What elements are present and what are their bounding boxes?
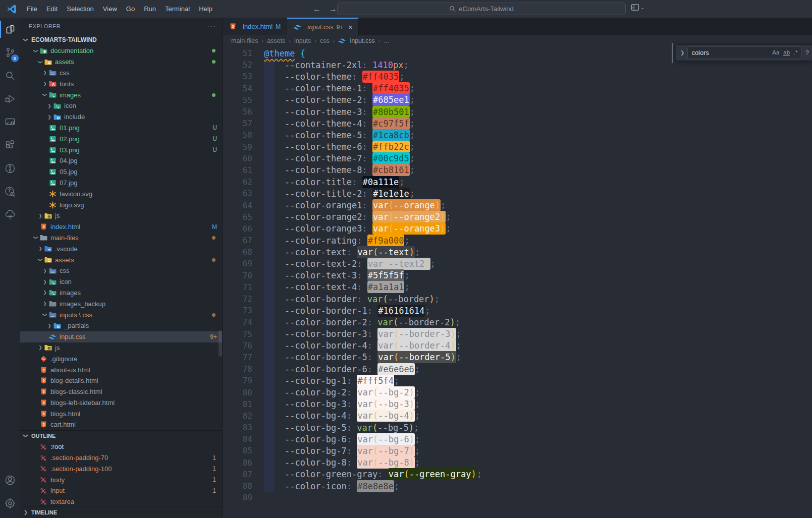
- tree-item[interactable]: 05.jpg: [20, 166, 222, 178]
- menu-selection[interactable]: Selection: [62, 0, 98, 18]
- tree-item[interactable]: favicon.svg: [20, 188, 222, 199]
- tree-item[interactable]: 5 blogs-classic.html: [20, 386, 222, 397]
- project-root-header[interactable]: ❯ ECOMARTS-TAILWIND: [20, 34, 222, 45]
- tree-item[interactable]: 04.jpg: [20, 155, 222, 166]
- code-line[interactable]: 63 --color-title-2: #1e1e1e;: [223, 188, 812, 199]
- outline-item[interactable]: body 1: [20, 474, 222, 485]
- menu-help[interactable]: Help: [194, 0, 217, 18]
- activity-source-control-icon[interactable]: 8: [0, 41, 20, 64]
- code-line[interactable]: 67 --color-rating: #f9a000;: [223, 235, 812, 246]
- code-line[interactable]: 54 --color-theme-1: #ff4035;: [223, 83, 812, 94]
- code-line[interactable]: 53 --color-theme: #ff4035;: [223, 71, 812, 82]
- menu-view[interactable]: View: [98, 0, 122, 18]
- tree-item[interactable]: ❯ icon: [20, 100, 222, 111]
- code-line[interactable]: 73 --color-border-1: #16161614;: [223, 305, 812, 316]
- timeline-header[interactable]: ❯ TIMELINE: [20, 506, 222, 518]
- tree-item[interactable]: 5 blogs.html: [20, 408, 222, 419]
- tree-item[interactable]: ❯ assets: [20, 254, 222, 265]
- code-line[interactable]: 75 --color-border-3: var(--border-3);: [223, 328, 812, 340]
- code-line[interactable]: 59 --color-theme-6: #ffb22c;: [223, 141, 812, 153]
- tree-item[interactable]: logo.svg: [20, 199, 222, 210]
- code-line[interactable]: 56 --color-theme-3: #80b501;: [223, 106, 812, 118]
- code-line[interactable]: 62 --color-title: #0a111e;: [223, 176, 812, 188]
- tree-item[interactable]: 03.pngU: [20, 144, 222, 155]
- sidebar-scrollbar[interactable]: [219, 330, 222, 357]
- tree-item[interactable]: 5 index.htmlM: [20, 221, 222, 233]
- layout-customize-button[interactable]: ⌄: [631, 3, 644, 12]
- tree-item[interactable]: ❯ images: [20, 287, 222, 299]
- tab-input.css[interactable]: input.css 9+ ×: [287, 18, 359, 35]
- code-line[interactable]: 61 --color-theme-8: #cb8161;: [223, 164, 812, 176]
- code-line[interactable]: 79 --color-bg-1: #fff5f4;: [223, 375, 812, 386]
- code-line[interactable]: 71 --color-text-4: #a1a1a1;: [223, 281, 812, 293]
- code-line[interactable]: 83 --color-bg-5: var(--bg-5);: [223, 422, 812, 433]
- code-line[interactable]: 66 --color-orange3: var(--orange3);: [223, 223, 812, 235]
- tree-item[interactable]: ❯ documentation: [20, 45, 222, 56]
- activity-explorer-icon[interactable]: [0, 18, 20, 41]
- code-line[interactable]: 68 --color-text: var(--text);: [223, 246, 812, 258]
- tree-item[interactable]: ❯ inputs \ css: [20, 309, 222, 320]
- breadcrumb-tail[interactable]: ...: [384, 37, 389, 44]
- outline-item[interactable]: :root: [20, 441, 222, 452]
- outline-item[interactable]: .section-padding-100 1: [20, 463, 222, 474]
- outline-header[interactable]: ❯ OUTLINE: [20, 430, 222, 441]
- match-case-icon[interactable]: Aa: [772, 49, 779, 56]
- code-editor[interactable]: 51 @theme { 52 --container-2xl: 1410px; …: [223, 46, 812, 518]
- find-widget-sash[interactable]: [672, 43, 673, 63]
- code-line[interactable]: 82 --color-bg-4: var(--bg-4);: [223, 410, 812, 422]
- tree-item[interactable]: 01.pngU: [20, 123, 222, 134]
- find-input[interactable]: colors Aa ab .*: [687, 46, 801, 59]
- code-line[interactable]: 85 --color-bg-7: var(--bg-7);: [223, 445, 812, 456]
- tree-item[interactable]: input.css9+: [20, 331, 222, 342]
- code-line[interactable]: 60 --color-theme-7: #00c9d5;: [223, 153, 812, 164]
- code-line[interactable]: 88 --color-icon: #8e8e8e;: [223, 480, 812, 492]
- code-line[interactable]: 70 --color-text-3: #5f5f5f;: [223, 270, 812, 281]
- code-line[interactable]: 69 --color-text-2: var(--text2);: [223, 258, 812, 269]
- tree-item[interactable]: 07.jpg: [20, 178, 222, 189]
- tree-item[interactable]: ❯ _partials: [20, 320, 222, 331]
- code-line[interactable]: 84 --color-bg-6: var(--bg-6);: [223, 433, 812, 445]
- menu-terminal[interactable]: Terminal: [160, 0, 194, 18]
- menu-edit[interactable]: Edit: [42, 0, 62, 18]
- tree-item[interactable]: 5 blog-details.html: [20, 375, 222, 386]
- close-icon[interactable]: ×: [348, 23, 352, 31]
- breadcrumb-file[interactable]: input.css: [350, 37, 374, 44]
- tree-item[interactable]: 5 about-us.html: [20, 364, 222, 375]
- nav-forward-icon[interactable]: →: [329, 5, 337, 14]
- tree-item[interactable]: 5 blogs-left-sidebar.html: [20, 397, 222, 409]
- tree-item[interactable]: ❯ .vscode: [20, 243, 222, 254]
- tree-item[interactable]: 02.pngU: [20, 133, 222, 144]
- menu-go[interactable]: Go: [122, 0, 139, 18]
- code-line[interactable]: 64 --color-orange1: var(--orange);: [223, 199, 812, 211]
- code-line[interactable]: 87 --color-green-gray: var(--green-gray)…: [223, 469, 812, 480]
- activity-extensions-icon[interactable]: [0, 134, 20, 157]
- breadcrumb-item[interactable]: main-files: [231, 37, 258, 44]
- code-line[interactable]: 58 --color-theme-5: #1ca8cb;: [223, 129, 812, 141]
- tree-item[interactable]: ❯ JS js: [20, 342, 222, 354]
- menu-file[interactable]: File: [22, 0, 42, 18]
- code-line[interactable]: 76 --color-border-4: var(--border-4);: [223, 340, 812, 352]
- breadcrumb-item[interactable]: css: [320, 37, 330, 44]
- menu-run[interactable]: Run: [139, 0, 160, 18]
- code-line[interactable]: 74 --color-border-2: var(--border-2);: [223, 316, 812, 328]
- code-line[interactable]: 77 --color-border-5: var(--border-5);: [223, 352, 812, 363]
- tree-item[interactable]: ❯ main-files: [20, 233, 222, 244]
- code-line[interactable]: 55 --color-theme-2: #685ee1;: [223, 94, 812, 106]
- activity-account-icon[interactable]: [0, 469, 20, 492]
- command-center-search[interactable]: eComArts-Tailwind: [337, 3, 626, 15]
- outline-item[interactable]: input 1: [20, 485, 222, 496]
- code-line[interactable]: 57 --color-theme-4: #c97f5f;: [223, 118, 812, 129]
- code-line[interactable]: 81 --color-bg-3: var(--bg-3);: [223, 398, 812, 410]
- code-line[interactable]: 78 --color-border-6: #e6e6e6;: [223, 363, 812, 375]
- activity-remote-explorer-icon[interactable]: [0, 110, 20, 134]
- breadcrumb-item[interactable]: inputs: [294, 37, 311, 44]
- activity-search-icon[interactable]: [0, 64, 20, 87]
- tree-item[interactable]: ❯ css: [20, 265, 222, 276]
- tree-item[interactable]: ❯ css: [20, 68, 222, 79]
- whole-word-icon[interactable]: ab: [783, 49, 790, 56]
- regex-icon[interactable]: .*: [794, 49, 798, 56]
- find-collapse-icon[interactable]: ❯: [680, 50, 684, 55]
- tree-item[interactable]: ❯ JS js: [20, 210, 222, 221]
- tab-index.html[interactable]: 5 index.html M: [223, 18, 287, 35]
- outline-item[interactable]: .section-padding-70 1: [20, 452, 222, 464]
